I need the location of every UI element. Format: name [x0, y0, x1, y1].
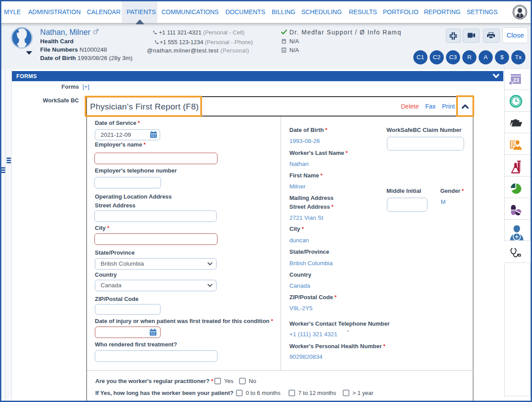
svg-text:23: 23 — [513, 77, 519, 83]
